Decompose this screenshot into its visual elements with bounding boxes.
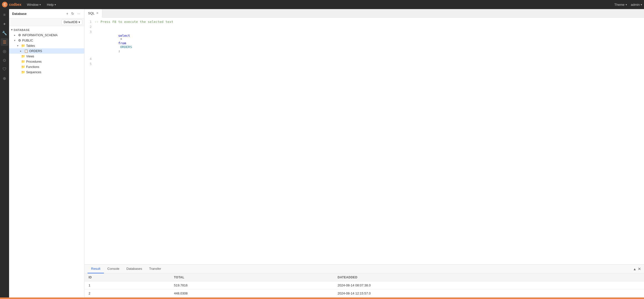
expand-result-icon[interactable]: ▴ bbox=[634, 267, 636, 271]
tree-item-information-schema[interactable]: ▸ ⚙ INFORMATION_SCHEMA bbox=[9, 32, 84, 38]
expand-icon: ▸ bbox=[14, 34, 17, 36]
result-tab-transfer[interactable]: Transfer bbox=[146, 265, 165, 273]
sidebar-item-history[interactable]: ⊙ bbox=[1, 56, 8, 64]
schema-icon: ⚙ bbox=[18, 33, 21, 37]
result-tab-console[interactable]: Console bbox=[104, 265, 123, 273]
db-selector-label: DefaultDB bbox=[64, 20, 77, 24]
tab-label: SQL bbox=[88, 11, 95, 15]
chevron-down-icon: ▾ bbox=[39, 3, 41, 6]
line-number: 2 bbox=[85, 25, 95, 29]
result-tabs: Result Console Databases Transfer ▴ ✕ bbox=[85, 265, 644, 274]
topbar: C codbex Window ▾ Help ▾ Theme ▾ admin ▾ bbox=[0, 0, 644, 9]
table-name: ORDERS bbox=[118, 45, 132, 49]
result-panel: Result Console Databases Transfer ▴ ✕ bbox=[85, 264, 644, 297]
code-line-4: 4 bbox=[85, 57, 644, 62]
cell-total: 448.0308 bbox=[170, 289, 334, 297]
folder-icon: 📁 bbox=[21, 60, 25, 63]
sidebar-item-plugins[interactable]: ⊕ bbox=[1, 74, 8, 82]
more-options-button[interactable]: ··· bbox=[76, 11, 81, 16]
keyword-select: select bbox=[118, 34, 130, 38]
tree-item-tables[interactable]: ▾ 📁 Tables bbox=[9, 43, 84, 48]
col-header-total: TOTAL bbox=[170, 274, 334, 281]
tree-item-label: Views bbox=[26, 55, 34, 58]
sidebar-item-nav1[interactable]: ≡ bbox=[1, 11, 8, 19]
tree-item-views[interactable]: 📁 Views bbox=[9, 54, 84, 59]
col-header-dateadded: DATEADDED bbox=[334, 274, 644, 281]
tree-item-public[interactable]: ▾ ⚙ PUBLIC bbox=[9, 38, 84, 43]
admin-menu[interactable]: admin ▾ bbox=[631, 3, 642, 7]
expand-icon: ▸ bbox=[20, 50, 23, 52]
table-header-row: ID TOTAL DATEADDED bbox=[85, 274, 644, 281]
close-result-icon[interactable]: ✕ bbox=[638, 267, 641, 271]
topbar-menu: Window ▾ Help ▾ bbox=[24, 2, 58, 8]
result-table: ID TOTAL DATEADDED 1 519.7816 2024-08-14… bbox=[85, 274, 644, 297]
sidebar-item-search[interactable]: ◎ bbox=[1, 47, 8, 55]
line-number: 4 bbox=[85, 57, 95, 61]
db-panel-header: Database + ↻ ··· bbox=[9, 9, 84, 18]
result-tab-actions: ▴ ✕ bbox=[634, 267, 641, 271]
sidebar-item-nav3[interactable]: 🔧 bbox=[1, 29, 8, 37]
code-text bbox=[95, 25, 97, 29]
editor-area[interactable]: 1 -- Press F8 to execute the selected te… bbox=[85, 18, 644, 264]
collapse-icon: ▾ bbox=[11, 28, 13, 31]
sidebar-item-database[interactable]: ☰ bbox=[1, 38, 8, 46]
sidebar-item-nav2[interactable]: ✦ bbox=[1, 20, 8, 28]
result-tab-databases[interactable]: Databases bbox=[123, 265, 146, 273]
folder-icon: 📁 bbox=[21, 44, 25, 48]
cell-dateadded: 2024-08-14 08:07:38.0 bbox=[334, 281, 644, 289]
result-table-body: 1 519.7816 2024-08-14 08:07:38.0 2 448.0… bbox=[85, 281, 644, 297]
menu-window[interactable]: Window ▾ bbox=[24, 2, 43, 8]
chevron-down-icon: ▾ bbox=[626, 3, 627, 6]
cell-id: 2 bbox=[85, 289, 170, 297]
icon-sidebar: ≡ ✦ 🔧 ☰ ◎ ⊙ 🛡 ⊕ bbox=[0, 9, 9, 297]
main-content: SQL ✕ 1 -- Press F8 to execute the selec… bbox=[85, 9, 644, 297]
line-number: 3 bbox=[85, 30, 95, 34]
code-text: select * from ORDERS ; bbox=[95, 30, 132, 56]
tree-item-sequences[interactable]: 📁 Sequences bbox=[9, 69, 84, 75]
tree-section-label: DATABASE bbox=[14, 28, 30, 31]
tree-item-procedures[interactable]: 📁 Procedures bbox=[9, 59, 84, 64]
code-text: -- Press F8 to execute the selected text bbox=[95, 20, 173, 24]
table-icon: 📋 bbox=[24, 49, 28, 53]
code-line-5: 5 bbox=[85, 62, 644, 67]
cell-dateadded: 2024-08-14 12:15:57.0 bbox=[334, 289, 644, 297]
table-row: 2 448.0308 2024-08-14 12:15:57.0 bbox=[85, 289, 644, 297]
folder-icon: 📁 bbox=[21, 54, 25, 58]
keyword-from: from bbox=[118, 41, 126, 45]
close-tab-icon[interactable]: ✕ bbox=[96, 11, 99, 15]
theme-menu[interactable]: Theme ▾ bbox=[614, 3, 627, 7]
table-row: 1 519.7816 2024-08-14 08:07:38.0 bbox=[85, 281, 644, 289]
menu-help[interactable]: Help ▾ bbox=[44, 2, 58, 8]
db-tree: ▾ DATABASE ▸ ⚙ INFORMATION_SCHEMA ▾ ⚙ PU… bbox=[9, 26, 84, 297]
tree-item-label: Procedures bbox=[26, 60, 42, 63]
result-table-wrapper: ID TOTAL DATEADDED 1 519.7816 2024-08-14… bbox=[85, 274, 644, 297]
tree-item-label: Sequences bbox=[26, 70, 41, 74]
tree-item-functions[interactable]: 📁 Functions bbox=[9, 64, 84, 69]
col-header-id: ID bbox=[85, 274, 170, 281]
chevron-down-icon: ▾ bbox=[641, 3, 642, 6]
result-tab-result[interactable]: Result bbox=[88, 265, 104, 273]
tree-item-label: Functions bbox=[26, 65, 39, 69]
bottom-bar bbox=[0, 297, 644, 299]
app-name: codbex bbox=[9, 3, 21, 7]
refresh-button[interactable]: ↻ bbox=[70, 11, 75, 16]
sidebar-item-security[interactable]: 🛡 bbox=[1, 65, 8, 73]
schema-icon: ⚙ bbox=[18, 39, 21, 42]
editor-content: 1 -- Press F8 to execute the selected te… bbox=[85, 18, 644, 69]
tree-item-label: PUBLIC bbox=[22, 39, 33, 42]
tab-bar: SQL ✕ bbox=[85, 9, 644, 18]
folder-icon: 📁 bbox=[21, 65, 25, 69]
cell-total: 519.7816 bbox=[170, 281, 334, 289]
tree-item-orders[interactable]: ▸ 📋 ORDERS bbox=[9, 48, 84, 54]
chevron-down-icon: ▾ bbox=[55, 3, 56, 6]
database-panel: Database + ↻ ··· DefaultDB ▾ ▾ DATABASE … bbox=[9, 9, 85, 297]
add-connection-button[interactable]: + bbox=[65, 11, 69, 16]
topbar-right: Theme ▾ admin ▾ bbox=[614, 3, 642, 7]
app-logo[interactable]: C codbex bbox=[2, 2, 21, 7]
db-selector-button[interactable]: DefaultDB ▾ bbox=[61, 19, 82, 25]
tab-sql[interactable]: SQL ✕ bbox=[85, 9, 102, 18]
code-line-3: 3 select * from ORDERS ; bbox=[85, 30, 644, 57]
result-table-header: ID TOTAL DATEADDED bbox=[85, 274, 644, 281]
code-text bbox=[95, 62, 97, 66]
app-body: ≡ ✦ 🔧 ☰ ◎ ⊙ 🛡 ⊕ Database + ↻ ··· Default… bbox=[0, 9, 644, 297]
